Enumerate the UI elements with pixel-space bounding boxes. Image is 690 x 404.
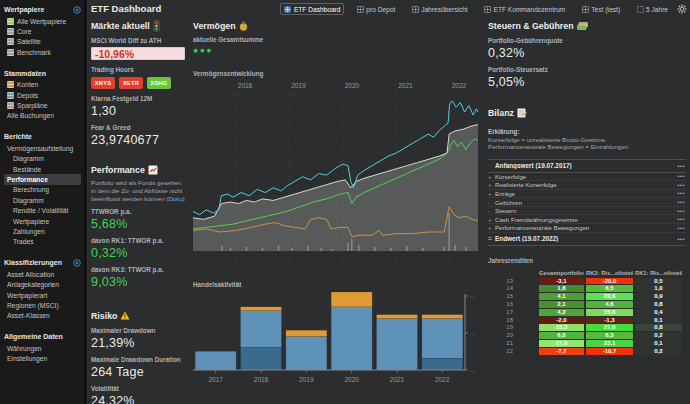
- balance-row-sign: +: [488, 224, 495, 231]
- balance-row-endwert-19-07-2022: =Endwert (19.07.2022)•••: [488, 233, 686, 246]
- metric-value-portfolio-gebührenquote: 0,32%: [488, 46, 686, 60]
- sidebar-item-anlagekategorien[interactable]: Anlagekategorien: [4, 279, 84, 289]
- sidebar-item-alle-wertpapiere[interactable]: Alle Wertpapiere: [4, 16, 84, 26]
- sidebar-item-zahlungen[interactable]: Zahlungen: [4, 226, 84, 236]
- sidebar-section-title: Klassifizierungen: [4, 259, 62, 266]
- balance-row-label: Cash Fremdwährungsgewinne: [495, 216, 677, 223]
- panel-title: ETF Dashboard: [91, 3, 161, 14]
- annual-returns-cell: 6,3: [586, 332, 633, 339]
- performance-description: Portfolio wird als Fonds gesehen, in dem…: [91, 179, 186, 202]
- sidebar-item-wertpapiere[interactable]: Wertpapiere: [4, 216, 84, 226]
- sidebar-item-benchmark[interactable]: Benchmark: [4, 47, 84, 57]
- sidebar-item-core[interactable]: Core: [4, 26, 84, 36]
- tab-jahresübersicht[interactable]: Jahresübersicht: [408, 3, 472, 15]
- money-bag-icon: [239, 21, 248, 31]
- balance-row-cash-fremdwährungsgewinne: +Cash Fremdwährungsgewinne•••: [488, 215, 686, 224]
- sidebar-item-vermögensaufstellung[interactable]: Vermögensaufstellung: [4, 143, 84, 153]
- annual-returns-year: 13: [488, 278, 537, 285]
- securities-list-icon: [7, 18, 14, 25]
- sidebar-splitter[interactable]: [84, 0, 88, 404]
- settings-gear-icon[interactable]: [677, 4, 687, 14]
- balance-row-sign: +: [488, 216, 495, 223]
- dashboard-grid-icon: [484, 6, 491, 13]
- sidebar-item-rendite-volatilität[interactable]: Rendite / Volatilität: [4, 205, 84, 215]
- performance-title: Performance: [91, 165, 145, 175]
- annual-returns-cell: 15,3: [539, 324, 584, 331]
- balance-row-hidden-value: •••: [677, 163, 686, 169]
- sidebar-section-stammdaten: Stammdaten: [4, 69, 81, 78]
- exchange-status-xnys[interactable]: XNYS: [91, 77, 115, 89]
- annual-returns-year: 15: [488, 293, 537, 300]
- balance-row-hidden-value: •••: [677, 236, 686, 242]
- balance-row-label: Erträge: [495, 190, 677, 197]
- annual-returns-row-18: 18-2,0-1,30,1: [488, 317, 686, 324]
- fear-greed-value: 23,9740677: [91, 133, 186, 147]
- annual-returns-cell: 4,6: [586, 301, 633, 308]
- annual-returns-cell: 0,1: [635, 317, 682, 324]
- sidebar-item-asset-allocation[interactable]: Asset Allocation: [4, 269, 84, 279]
- annual-returns-cell: 6,0: [539, 332, 584, 339]
- sidebar-item-label: Diagramm: [13, 155, 44, 162]
- svg-text:2020: 2020: [344, 376, 359, 383]
- balance-row-sign: +: [488, 181, 495, 188]
- annual-returns-cell: 4,1: [539, 293, 584, 300]
- balance-row-label: Performanceneutrale Bewegungen: [495, 224, 677, 231]
- banknotes-icon: [577, 22, 588, 30]
- sidebar-item-label: Alle Buchungen: [7, 112, 54, 119]
- tab-pro-depot[interactable]: pro Depot: [353, 3, 399, 15]
- add-button-plus-icon[interactable]: [73, 6, 81, 14]
- sidebar-item-berechnung[interactable]: Berechnung: [4, 185, 84, 195]
- balance-row-label: Endwert (19.07.2022): [495, 235, 677, 242]
- balance-statement: Anfangswert (19.07.2017)•••+Kurserfolge•…: [488, 159, 686, 246]
- sidebar-item-label: Einstellungen: [7, 355, 47, 362]
- tab-test-test[interactable]: Test (test): [578, 3, 624, 15]
- sidebar-item-label: Vermögensaufstellung: [7, 145, 73, 152]
- add-button-plus-icon[interactable]: [73, 259, 81, 267]
- annual-returns-row-17: 174,215,60,4: [488, 309, 686, 316]
- annual-returns-corner: [488, 269, 537, 277]
- metric-value-maximale-drawdown-duration: 264 Tage: [91, 365, 186, 379]
- annual-returns-cell: 0,4: [635, 309, 682, 316]
- sidebar-item-label: Core: [17, 28, 32, 35]
- annual-returns-row-22: 22-7,7-10,70,2: [488, 348, 686, 355]
- explanation-title: Erklärung:: [488, 128, 686, 136]
- tab-etf-kommandozentrum[interactable]: ETF Kommandozentrum: [480, 3, 569, 15]
- sidebar-item-währungen[interactable]: Währungen: [4, 343, 84, 353]
- exchange-status-xetr[interactable]: XETR: [119, 77, 143, 89]
- sidebar-item-konten[interactable]: Konten: [4, 80, 84, 90]
- sidebar-item-satellite[interactable]: Satellite: [4, 37, 84, 47]
- annual-returns-cell: 0,1: [635, 340, 682, 347]
- trading-activity-chart[interactable]: 201720182019202020212022.........: [193, 290, 485, 394]
- sidebar-item-diagramm[interactable]: Diagramm: [4, 195, 84, 205]
- sidebar-item-trades[interactable]: Trades: [4, 237, 84, 247]
- sidebar-item-einstellungen[interactable]: Einstellungen: [4, 353, 84, 363]
- sidebar-item-alle-buchungen[interactable]: Alle Buchungen: [4, 111, 84, 121]
- sidebar-item-sparpläne[interactable]: Sparpläne: [4, 100, 84, 110]
- tab-etf-dashboard[interactable]: ETF Dashboard: [280, 3, 344, 15]
- metric-label-maximaler-drawdown: Maximaler Drawdown: [91, 327, 186, 335]
- doku-link[interactable]: (Doku): [166, 195, 185, 202]
- sidebar-item-diagramm[interactable]: Diagramm: [4, 154, 84, 164]
- trading-hours-indicators: XNYSXETRXSHG: [91, 77, 186, 89]
- sidebar-item-depots[interactable]: Depots: [4, 90, 84, 100]
- sidebar-item-performance[interactable]: Performance: [4, 174, 81, 184]
- annual-returns-cell: -20,0: [586, 278, 633, 285]
- wealth-development-chart[interactable]: 20182019202020212022: [193, 78, 485, 284]
- sidebar: WertpapiereAlle WertpapiereCoreSatellite…: [0, 0, 84, 404]
- tab-5-jahre[interactable]: 5 Jahre: [633, 3, 673, 15]
- fear-greed-label: Fear & Greed: [91, 124, 186, 132]
- annual-returns-cell: -1,3: [586, 317, 633, 324]
- annual-returns-label: Jahresrenditen: [488, 257, 686, 265]
- balance-row-hidden-value: •••: [677, 199, 686, 205]
- metric-value-volatilität: 24,32%: [91, 394, 186, 404]
- total-sum-hidden-value: ●●●: [193, 46, 213, 55]
- sidebar-item-bestände[interactable]: Bestände: [4, 164, 84, 174]
- sidebar-item-wertpapierart[interactable]: Wertpapierart: [4, 290, 84, 300]
- sidebar-item-asset-klassen[interactable]: Asset-Klassen: [4, 311, 84, 321]
- sidebar-item-regionen-msci[interactable]: Regionen (MSCI): [4, 300, 84, 310]
- portfolios-icon: [7, 92, 14, 99]
- annual-returns-row-21: 2117,023,10,1: [488, 340, 686, 347]
- klarna-label: Klarna Festgeld 12M: [91, 95, 186, 103]
- annual-returns-cell: 0,9: [635, 293, 682, 300]
- exchange-status-xshg[interactable]: XSHG: [147, 77, 171, 89]
